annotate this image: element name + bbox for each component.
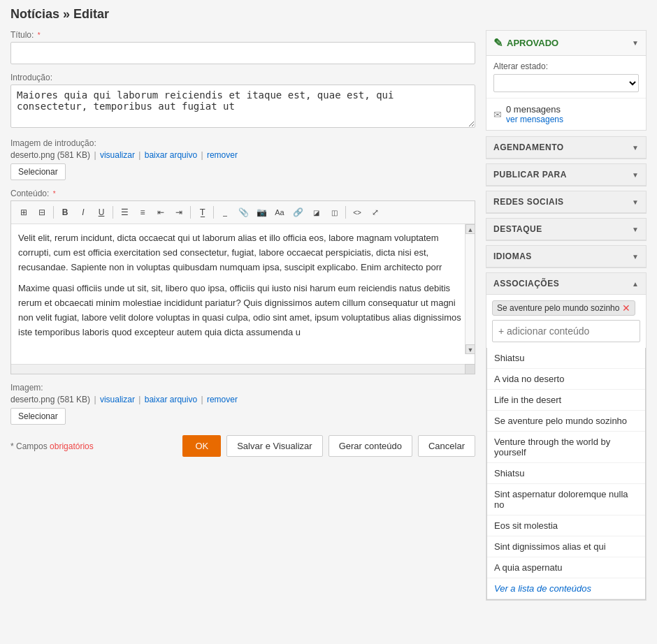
conteudo-field-group: Conteúdo: * ⊞ ⊟ B I U ☰ ≡ ⇤ [10,189,475,374]
toolbar-sep-1 [53,206,54,219]
toolbar-indent-dec-btn[interactable]: ⇤ [152,204,169,221]
dropdown-item-life-desert[interactable]: Life in the desert [487,390,645,411]
messages-info: 0 mensagens ver mensagens [506,104,563,124]
redes-sociais-header[interactable]: REDES SOCIAIS ▼ [486,191,646,213]
status-text: APROVADO [507,38,558,48]
required-note: * Campos obrigatórios [10,441,94,451]
dropdown-item-vida-deserto[interactable]: A vida no deserto [487,369,645,390]
editor-vertical-scrollbar[interactable]: ▲ ▼ [465,224,475,354]
associacoes-title: ASSOCIAÇÕES [493,279,559,288]
salvar-visualizar-button[interactable]: Salvar e Visualizar [226,435,322,457]
rich-text-editor: ⊞ ⊟ B I U ☰ ≡ ⇤ ⇥ T̲ ⎯ [10,200,475,374]
imagem-intro-remover-link[interactable]: remover [207,150,238,160]
redes-sociais-title: REDES SOCIAIS [493,197,564,207]
editor-horizontal-scrollbar[interactable] [11,364,465,374]
tag-remove-btn[interactable]: ✕ [622,303,630,313]
imagem-intro-visualizar-link[interactable]: visualizar [100,150,135,160]
destaque-title: DESTAQUE [493,224,542,234]
toolbar-bold-btn[interactable]: B [57,204,73,221]
toolbar-italic-btn[interactable]: I [75,204,92,221]
toolbar-underline-btn[interactable]: U [93,204,110,221]
imagem-intro-selecionar-button[interactable]: Selecionar [10,163,66,180]
state-select[interactable] [493,74,639,92]
associacoes-body: Se aventure pelo mundo sozinho ✕ [486,295,646,348]
associations-dropdown: Shiatsu A vida no deserto Life in the de… [486,348,646,600]
toolbar-ol-btn[interactable]: ☰ [116,204,133,221]
imagem-remover-link[interactable]: remover [207,395,238,404]
toolbar-table-btn[interactable]: ◫ [326,204,342,221]
associacoes-chevron: ▲ [632,280,639,288]
toolbar-link-btn[interactable]: 🔗 [289,204,306,221]
association-tag: Se aventure pelo mundo sozinho ✕ [492,300,635,316]
idiomas-header[interactable]: IDIOMAS ▼ [486,246,646,268]
imagem-intro-baixar-link[interactable]: baixar arquivo [145,150,197,160]
toolbar-text-btn[interactable]: T̲ [194,204,210,221]
titulo-input[interactable]: A vida no deserto [10,42,475,64]
dropdown-item-sint-dignissimos[interactable]: Sint dignissimos alias et qui [487,536,645,557]
dropdown-item-shiatsu-2[interactable]: Shiatsu [487,463,645,484]
dropdown-item-shiatsu-1[interactable]: Shiatsu [487,348,645,369]
breadcrumb-separator: » [63,7,70,21]
dropdown-item-venture-through[interactable]: Venture through the world by yourself [487,432,645,463]
toolbar-media-btn[interactable]: ◪ [308,204,324,221]
dropdown-item-a-quia[interactable]: A quia aspernatu [487,557,645,578]
ver-mensagens-link[interactable]: ver mensagens [506,115,563,124]
toolbar-sep-3 [190,206,191,219]
dropdown-see-all[interactable]: Ver a lista de conteúdos [487,578,645,599]
imagem-visualizar-link[interactable]: visualizar [100,395,135,404]
cancelar-button[interactable]: Cancelar [418,435,475,457]
ok-button[interactable]: OK [182,435,221,457]
toolbar-font-btn[interactable]: Aa [271,204,288,221]
action-bar: * Campos obrigatórios OK Salvar e Visual… [10,435,475,457]
agendamento-title: AGENDAMENTO [493,142,564,152]
toolbar-source-btn[interactable]: <> [349,204,366,221]
agendamento-header[interactable]: AGENDAMENTO ▼ [486,137,646,159]
toolbar-sep-5 [345,206,346,219]
publicar-para-section: PUBLICAR PARA ▼ [486,163,647,186]
left-panel: Título: * A vida no deserto Introdução: … [10,30,475,605]
agendamento-section: AGENDAMENTO ▼ [486,136,647,159]
toolbar-sep-2 [113,206,113,219]
imagem-selecionar-button[interactable]: Selecionar [10,408,66,425]
editor-content[interactable]: Velit elit, rerum incidunt, dicta occaec… [11,224,475,364]
scroll-thumb[interactable] [465,234,475,344]
idiomas-chevron: ▼ [632,253,639,261]
imagem-intro-label: Imagem de introdução: [10,138,475,148]
toolbar-sep-4 [213,206,214,219]
toolbar-hr-btn[interactable]: ⎯ [217,204,233,221]
editor-resize-corner[interactable] [465,364,475,374]
toolbar-insert-btn[interactable]: ⊞ [15,204,32,221]
introducao-textarea[interactable]: Maiores quia qui laborum reiciendis et i… [10,85,475,128]
scroll-down-btn[interactable]: ▼ [465,344,475,354]
editor-toolbar: ⊞ ⊟ B I U ☰ ≡ ⇤ ⇥ T̲ ⎯ [11,201,475,224]
status-header[interactable]: ✎ APROVADO ▼ [486,31,646,56]
scroll-up-btn[interactable]: ▲ [465,224,475,234]
right-panel: ✎ APROVADO ▼ Alterar estado: ✉ 0 mensage… [486,30,647,605]
dropdown-item-se-aventure[interactable]: Se aventure pelo mundo sozinho [487,411,645,432]
associacoes-section: ASSOCIAÇÕES ▲ Se aventure pelo mundo soz… [486,272,647,601]
associacoes-header[interactable]: ASSOCIAÇÕES ▲ [486,273,646,295]
editor-hscroll-row [11,364,475,374]
destaque-header[interactable]: DESTAQUE ▼ [486,219,646,240]
content-paragraph-2: Maxime quasi officiis unde ut sit, sit, … [18,281,463,339]
imagem-baixar-link[interactable]: baixar arquivo [145,395,197,404]
toolbar-fullscreen-btn[interactable]: ⤢ [367,204,384,221]
redes-sociais-section: REDES SOCIAIS ▼ [486,191,647,214]
publicar-para-header[interactable]: PUBLICAR PARA ▼ [486,164,646,186]
add-content-input[interactable] [492,320,640,342]
breadcrumb: Notícias » Editar [10,7,647,22]
status-icon: ✎ [493,36,503,50]
publicar-para-title: PUBLICAR PARA [493,170,567,180]
dropdown-item-eos-sit[interactable]: Eos sit molestia [487,515,645,536]
imagem-intro-group: Imagem de introdução: deserto.png (581 K… [10,138,475,180]
destaque-chevron: ▼ [632,226,639,233]
toolbar-attach-btn[interactable]: 📎 [235,204,252,221]
tag-row: Se aventure pelo mundo sozinho ✕ [492,300,640,316]
dropdown-item-sint-aspernatur[interactable]: Sint aspernatur doloremque nulla no [487,484,645,515]
gerar-conteudo-button[interactable]: Gerar conteúdo [328,435,412,457]
toolbar-remove-btn[interactable]: ⊟ [34,204,50,221]
toolbar-ul-btn[interactable]: ≡ [134,204,151,221]
agendamento-chevron: ▼ [632,144,639,152]
toolbar-indent-inc-btn[interactable]: ⇥ [171,204,187,221]
toolbar-image-btn[interactable]: 📷 [253,204,270,221]
